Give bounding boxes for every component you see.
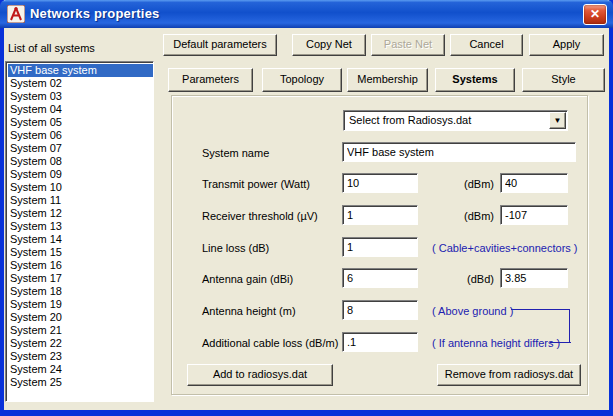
list-item[interactable]: System 22: [8, 337, 153, 350]
list-item[interactable]: System 23: [8, 350, 153, 363]
list-item[interactable]: VHF base system: [8, 64, 153, 77]
list-item[interactable]: System 21: [8, 324, 153, 337]
cancel-button[interactable]: Cancel: [450, 34, 523, 56]
remove-from-radiosys-button[interactable]: Remove from radiosys.dat: [437, 364, 581, 386]
transmit-power-dbm-input[interactable]: [500, 173, 568, 193]
app-icon: [7, 5, 25, 23]
list-item[interactable]: System 20: [8, 311, 153, 324]
default-parameters-button[interactable]: Default parameters: [163, 34, 277, 56]
list-item[interactable]: System 03: [8, 90, 153, 103]
receiver-threshold-label: Receiver threshold (µV): [202, 210, 318, 222]
note-connector-line: [511, 309, 570, 342]
window-title: Networks properties: [30, 6, 160, 21]
list-item[interactable]: System 14: [8, 233, 153, 246]
list-item[interactable]: System 13: [8, 220, 153, 233]
antenna-gain-input[interactable]: [342, 268, 418, 288]
list-item[interactable]: System 19: [8, 298, 153, 311]
tab-systems[interactable]: Systems: [435, 68, 515, 92]
receiver-threshold-dbm-input[interactable]: [500, 205, 568, 225]
close-button[interactable]: ✕: [583, 4, 607, 25]
list-item[interactable]: System 04: [8, 103, 153, 116]
note-connector-tick: [550, 342, 571, 343]
list-item[interactable]: System 12: [8, 207, 153, 220]
system-name-input[interactable]: [342, 142, 576, 162]
line-loss-label: Line loss (dB): [202, 242, 269, 254]
list-item[interactable]: System 02: [8, 77, 153, 90]
list-item[interactable]: System 09: [8, 168, 153, 181]
tab-topology[interactable]: Topology: [262, 68, 342, 92]
window-border-left: [0, 0, 4, 416]
radiosys-dropdown-value: Select from Radiosys.dat: [349, 114, 471, 126]
tab-parameters[interactable]: Parameters: [168, 68, 253, 92]
antenna-gain-unit-label: (dBd): [448, 273, 494, 285]
title-bar[interactable]: Networks properties ✕: [0, 0, 613, 28]
systems-list-label: List of all systems: [8, 42, 95, 54]
list-item[interactable]: System 15: [8, 246, 153, 259]
copy-net-button[interactable]: Copy Net: [292, 34, 366, 56]
paste-net-button: Paste Net: [371, 34, 445, 56]
list-item[interactable]: System 10: [8, 181, 153, 194]
antenna-gain-dbd-input[interactable]: [500, 268, 568, 288]
list-item[interactable]: System 07: [8, 142, 153, 155]
list-item[interactable]: System 11: [8, 194, 153, 207]
list-item[interactable]: System 25: [8, 376, 153, 389]
transmit-power-input[interactable]: [342, 173, 418, 193]
apply-button[interactable]: Apply: [529, 34, 604, 56]
list-item[interactable]: System 24: [8, 363, 153, 376]
list-item[interactable]: System 17: [8, 272, 153, 285]
transmit-power-label: Transmit power (Watt): [202, 178, 310, 190]
networks-properties-dialog: Networks properties ✕ List of all system…: [0, 0, 613, 416]
systems-listbox[interactable]: VHF base systemSystem 02System 03System …: [5, 61, 154, 402]
list-item[interactable]: System 18: [8, 285, 153, 298]
chevron-down-icon[interactable]: ▼: [549, 112, 566, 129]
list-item[interactable]: System 08: [8, 155, 153, 168]
additional-cable-loss-input[interactable]: [342, 332, 418, 352]
tab-style[interactable]: Style: [522, 68, 605, 92]
add-to-radiosys-button[interactable]: Add to radiosys.dat: [187, 364, 333, 386]
list-item[interactable]: System 16: [8, 259, 153, 272]
antenna-height-label: Antenna height (m): [202, 305, 296, 317]
additional-cable-loss-label: Additional cable loss (dB/m): [202, 337, 338, 349]
window-border-bottom: [0, 410, 613, 416]
line-loss-input[interactable]: [342, 237, 418, 257]
window-border-right: [609, 0, 613, 416]
list-item[interactable]: System 05: [8, 116, 153, 129]
antenna-gain-label: Antenna gain (dBi): [202, 273, 293, 285]
receiver-threshold-input[interactable]: [342, 205, 418, 225]
line-loss-note: ( Cable+cavities+connectors ): [432, 242, 578, 254]
tab-membership[interactable]: Membership: [347, 68, 428, 92]
system-name-label: System name: [202, 147, 269, 159]
list-item[interactable]: System 06: [8, 129, 153, 142]
radiosys-dropdown[interactable]: Select from Radiosys.dat ▼: [343, 110, 568, 131]
transmit-power-unit-label: (dBm): [448, 178, 494, 190]
antenna-height-note: ( Above ground ): [432, 305, 513, 317]
antenna-height-input[interactable]: [342, 300, 418, 320]
receiver-threshold-unit-label: (dBm): [448, 210, 494, 222]
